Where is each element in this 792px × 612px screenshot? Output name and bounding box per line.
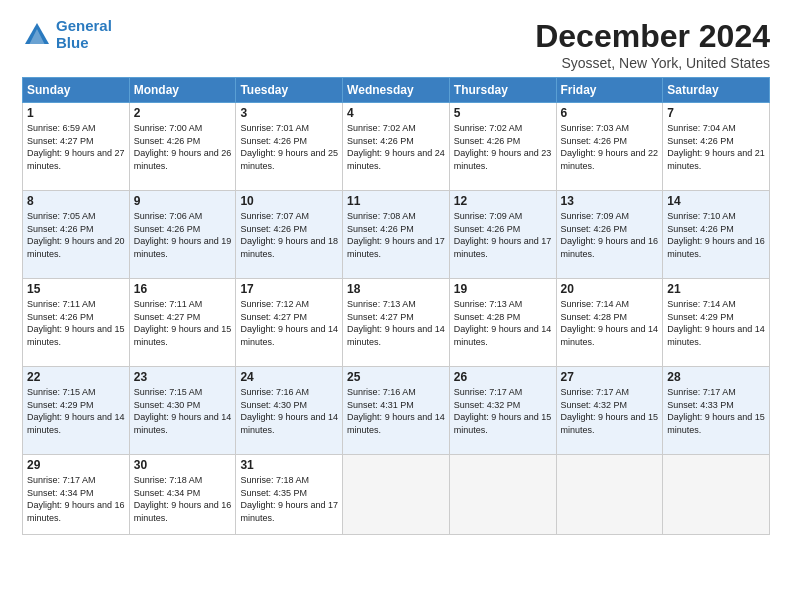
sunrise-label: Sunrise: 7:18 AM bbox=[134, 475, 203, 485]
day-info: Sunrise: 7:11 AM Sunset: 4:27 PM Dayligh… bbox=[134, 298, 232, 348]
daylight-label: Daylight: 9 hours and 16 minutes. bbox=[561, 236, 659, 259]
logo-line2: Blue bbox=[56, 34, 89, 51]
day-number: 4 bbox=[347, 106, 445, 120]
day-info: Sunrise: 7:16 AM Sunset: 4:31 PM Dayligh… bbox=[347, 386, 445, 436]
daylight-label: Daylight: 9 hours and 15 minutes. bbox=[667, 412, 765, 435]
day-info: Sunrise: 7:01 AM Sunset: 4:26 PM Dayligh… bbox=[240, 122, 338, 172]
day-number: 9 bbox=[134, 194, 232, 208]
sunrise-label: Sunrise: 7:17 AM bbox=[454, 387, 523, 397]
logo-line1: General bbox=[56, 17, 112, 34]
calendar-cell: 29 Sunrise: 7:17 AM Sunset: 4:34 PM Dayl… bbox=[23, 455, 130, 535]
sunset-label: Sunset: 4:34 PM bbox=[134, 488, 201, 498]
sunset-label: Sunset: 4:28 PM bbox=[561, 312, 628, 322]
sunrise-label: Sunrise: 7:18 AM bbox=[240, 475, 309, 485]
daylight-label: Daylight: 9 hours and 20 minutes. bbox=[27, 236, 125, 259]
sunset-label: Sunset: 4:27 PM bbox=[240, 312, 307, 322]
sunset-label: Sunset: 4:26 PM bbox=[27, 224, 94, 234]
sunset-label: Sunset: 4:26 PM bbox=[454, 136, 521, 146]
sunset-label: Sunset: 4:26 PM bbox=[454, 224, 521, 234]
daylight-label: Daylight: 9 hours and 16 minutes. bbox=[134, 500, 232, 523]
sunrise-label: Sunrise: 7:07 AM bbox=[240, 211, 309, 221]
day-info: Sunrise: 7:09 AM Sunset: 4:26 PM Dayligh… bbox=[454, 210, 552, 260]
sunset-label: Sunset: 4:26 PM bbox=[347, 136, 414, 146]
sunset-label: Sunset: 4:29 PM bbox=[27, 400, 94, 410]
day-number: 28 bbox=[667, 370, 765, 384]
day-number: 5 bbox=[454, 106, 552, 120]
day-info: Sunrise: 7:00 AM Sunset: 4:26 PM Dayligh… bbox=[134, 122, 232, 172]
calendar-cell: 8 Sunrise: 7:05 AM Sunset: 4:26 PM Dayli… bbox=[23, 191, 130, 279]
sunset-label: Sunset: 4:35 PM bbox=[240, 488, 307, 498]
logo-text: General Blue bbox=[56, 18, 112, 51]
day-info: Sunrise: 6:59 AM Sunset: 4:27 PM Dayligh… bbox=[27, 122, 125, 172]
sunset-label: Sunset: 4:33 PM bbox=[667, 400, 734, 410]
calendar-cell: 17 Sunrise: 7:12 AM Sunset: 4:27 PM Dayl… bbox=[236, 279, 343, 367]
daylight-label: Daylight: 9 hours and 14 minutes. bbox=[27, 412, 125, 435]
sunset-label: Sunset: 4:27 PM bbox=[27, 136, 94, 146]
calendar-cell: 18 Sunrise: 7:13 AM Sunset: 4:27 PM Dayl… bbox=[343, 279, 450, 367]
daylight-label: Daylight: 9 hours and 14 minutes. bbox=[134, 412, 232, 435]
calendar-cell: 25 Sunrise: 7:16 AM Sunset: 4:31 PM Dayl… bbox=[343, 367, 450, 455]
daylight-label: Daylight: 9 hours and 14 minutes. bbox=[454, 324, 552, 347]
daylight-label: Daylight: 9 hours and 24 minutes. bbox=[347, 148, 445, 171]
day-number: 13 bbox=[561, 194, 659, 208]
daylight-label: Daylight: 9 hours and 18 minutes. bbox=[240, 236, 338, 259]
calendar-cell: 6 Sunrise: 7:03 AM Sunset: 4:26 PM Dayli… bbox=[556, 103, 663, 191]
sunrise-label: Sunrise: 7:17 AM bbox=[667, 387, 736, 397]
day-number: 8 bbox=[27, 194, 125, 208]
sunrise-label: Sunrise: 7:17 AM bbox=[561, 387, 630, 397]
calendar-cell: 13 Sunrise: 7:09 AM Sunset: 4:26 PM Dayl… bbox=[556, 191, 663, 279]
sunset-label: Sunset: 4:27 PM bbox=[347, 312, 414, 322]
sunset-label: Sunset: 4:26 PM bbox=[134, 224, 201, 234]
day-number: 17 bbox=[240, 282, 338, 296]
day-info: Sunrise: 7:07 AM Sunset: 4:26 PM Dayligh… bbox=[240, 210, 338, 260]
sunset-label: Sunset: 4:26 PM bbox=[240, 136, 307, 146]
day-info: Sunrise: 7:02 AM Sunset: 4:26 PM Dayligh… bbox=[454, 122, 552, 172]
sunset-label: Sunset: 4:26 PM bbox=[347, 224, 414, 234]
calendar-header-saturday: Saturday bbox=[663, 78, 770, 103]
sunrise-label: Sunrise: 7:01 AM bbox=[240, 123, 309, 133]
calendar-header-wednesday: Wednesday bbox=[343, 78, 450, 103]
day-number: 11 bbox=[347, 194, 445, 208]
sunset-label: Sunset: 4:26 PM bbox=[667, 136, 734, 146]
day-info: Sunrise: 7:12 AM Sunset: 4:27 PM Dayligh… bbox=[240, 298, 338, 348]
sunrise-label: Sunrise: 7:14 AM bbox=[561, 299, 630, 309]
sunrise-label: Sunrise: 7:05 AM bbox=[27, 211, 96, 221]
header: General Blue December 2024 Syosset, New … bbox=[22, 18, 770, 71]
day-number: 14 bbox=[667, 194, 765, 208]
day-number: 15 bbox=[27, 282, 125, 296]
title-section: December 2024 Syosset, New York, United … bbox=[535, 18, 770, 71]
calendar-week-1: 1 Sunrise: 6:59 AM Sunset: 4:27 PM Dayli… bbox=[23, 103, 770, 191]
daylight-label: Daylight: 9 hours and 16 minutes. bbox=[27, 500, 125, 523]
day-number: 10 bbox=[240, 194, 338, 208]
sunrise-label: Sunrise: 7:03 AM bbox=[561, 123, 630, 133]
sunrise-label: Sunrise: 7:11 AM bbox=[134, 299, 203, 309]
sunrise-label: Sunrise: 7:09 AM bbox=[454, 211, 523, 221]
calendar-week-2: 8 Sunrise: 7:05 AM Sunset: 4:26 PM Dayli… bbox=[23, 191, 770, 279]
location: Syosset, New York, United States bbox=[535, 55, 770, 71]
day-info: Sunrise: 7:15 AM Sunset: 4:30 PM Dayligh… bbox=[134, 386, 232, 436]
day-info: Sunrise: 7:05 AM Sunset: 4:26 PM Dayligh… bbox=[27, 210, 125, 260]
sunset-label: Sunset: 4:32 PM bbox=[454, 400, 521, 410]
sunrise-label: Sunrise: 7:15 AM bbox=[27, 387, 96, 397]
calendar-cell: 9 Sunrise: 7:06 AM Sunset: 4:26 PM Dayli… bbox=[129, 191, 236, 279]
sunrise-label: Sunrise: 7:00 AM bbox=[134, 123, 203, 133]
day-info: Sunrise: 7:17 AM Sunset: 4:32 PM Dayligh… bbox=[454, 386, 552, 436]
calendar-week-4: 22 Sunrise: 7:15 AM Sunset: 4:29 PM Dayl… bbox=[23, 367, 770, 455]
calendar-cell bbox=[663, 455, 770, 535]
calendar-cell: 7 Sunrise: 7:04 AM Sunset: 4:26 PM Dayli… bbox=[663, 103, 770, 191]
day-number: 25 bbox=[347, 370, 445, 384]
calendar-cell: 12 Sunrise: 7:09 AM Sunset: 4:26 PM Dayl… bbox=[449, 191, 556, 279]
sunrise-label: Sunrise: 7:13 AM bbox=[347, 299, 416, 309]
calendar-cell: 20 Sunrise: 7:14 AM Sunset: 4:28 PM Dayl… bbox=[556, 279, 663, 367]
daylight-label: Daylight: 9 hours and 17 minutes. bbox=[454, 236, 552, 259]
sunrise-label: Sunrise: 7:16 AM bbox=[347, 387, 416, 397]
day-info: Sunrise: 7:13 AM Sunset: 4:28 PM Dayligh… bbox=[454, 298, 552, 348]
sunrise-label: Sunrise: 7:06 AM bbox=[134, 211, 203, 221]
daylight-label: Daylight: 9 hours and 14 minutes. bbox=[240, 324, 338, 347]
calendar-cell bbox=[449, 455, 556, 535]
day-info: Sunrise: 7:15 AM Sunset: 4:29 PM Dayligh… bbox=[27, 386, 125, 436]
day-info: Sunrise: 7:17 AM Sunset: 4:33 PM Dayligh… bbox=[667, 386, 765, 436]
day-info: Sunrise: 7:13 AM Sunset: 4:27 PM Dayligh… bbox=[347, 298, 445, 348]
calendar-header-sunday: Sunday bbox=[23, 78, 130, 103]
day-info: Sunrise: 7:06 AM Sunset: 4:26 PM Dayligh… bbox=[134, 210, 232, 260]
